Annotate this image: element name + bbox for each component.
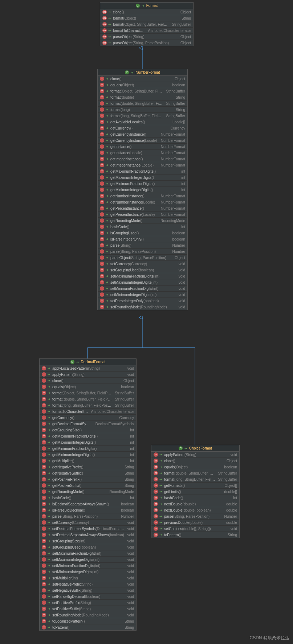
method-row[interactable]: m➔getNegativePrefix()String bbox=[40, 464, 136, 470]
method-row[interactable]: m➔setMinimumIntegerDigits(int)void bbox=[40, 569, 136, 575]
method-row[interactable]: m➔clone()Object bbox=[100, 9, 193, 15]
method-row[interactable]: m➔getPercentInstance()NumberFormat bbox=[98, 205, 187, 212]
class-box-ChoiceFormat[interactable]: C ➔ ChoiceFormatm➔applyPattern(String)vo… bbox=[151, 445, 240, 538]
method-row[interactable]: m➔setDecimalFormatSymbols(DecimalFormatS… bbox=[40, 526, 136, 532]
method-row[interactable]: m➔getMaximumIntegerDigits()int bbox=[40, 439, 136, 446]
method-row[interactable]: m➔parse(String, ParsePosition)Number bbox=[151, 513, 239, 520]
method-row[interactable]: m➔setPositiveSuffix(String)void bbox=[40, 606, 136, 612]
method-row[interactable]: m➔getDecimalFormatSymbols()DecimalFormat… bbox=[40, 421, 136, 427]
method-row[interactable]: m➔applyPattern(String)void bbox=[40, 372, 136, 378]
method-row[interactable]: m➔toPattern()String bbox=[40, 624, 136, 630]
method-row[interactable]: m➔getMinimumFractionDigits()int bbox=[98, 181, 187, 187]
method-row[interactable]: m➔isParseIntegerOnly()boolean bbox=[98, 236, 187, 242]
method-row[interactable]: m➔setCurrency(Currency)void bbox=[40, 520, 136, 526]
method-row[interactable]: m➔getRoundingMode()RoundingMode bbox=[98, 218, 187, 224]
method-row[interactable]: m➔applyLocalizedPattern(String)void bbox=[40, 365, 136, 372]
method-row[interactable]: m➔format(Object)String bbox=[100, 15, 193, 21]
method-row[interactable]: m➔getCurrencyInstance()NumberFormat bbox=[98, 131, 187, 138]
method-row[interactable]: m➔format(Object, StringBuffer, FieldPosi… bbox=[98, 88, 187, 94]
method-row[interactable]: m➔setMaximumFractionDigits(int)void bbox=[40, 550, 136, 557]
method-row[interactable]: m➔setNegativeSuffix(String)void bbox=[40, 587, 136, 594]
method-row[interactable]: m➔parse(String)Number bbox=[98, 242, 187, 249]
method-row[interactable]: m➔toLocalizedPattern()String bbox=[40, 618, 136, 624]
method-row[interactable]: m➔parseObject(String, ParsePosition)Obje… bbox=[98, 255, 187, 261]
method-row[interactable]: m➔getRoundingMode()RoundingMode bbox=[40, 489, 136, 495]
method-row[interactable]: m➔parse(String, ParsePosition)Number bbox=[40, 513, 136, 520]
method-row[interactable]: m➔isGroupingUsed()boolean bbox=[98, 230, 187, 236]
method-row[interactable]: m➔format(double, StringBuffer, FieldPosi… bbox=[40, 396, 136, 402]
method-row[interactable]: m➔setMaximumIntegerDigits(int)void bbox=[40, 557, 136, 563]
method-row[interactable]: m➔getNumberInstance(Locale)NumberFormat bbox=[98, 199, 187, 205]
method-row[interactable]: m➔equals(Object)boolean bbox=[40, 384, 136, 390]
method-row[interactable]: m➔setGroupingUsed(boolean)void bbox=[40, 544, 136, 550]
method-row[interactable]: m➔getIntegerInstance()NumberFormat bbox=[98, 156, 187, 162]
method-row[interactable]: m➔getMinimumIntegerDigits()int bbox=[98, 187, 187, 193]
method-row[interactable]: m➔clone()Object bbox=[40, 378, 136, 384]
method-row[interactable]: m➔setGroupingSize(int)void bbox=[40, 538, 136, 544]
method-row[interactable]: m➔getMinimumFractionDigits()int bbox=[40, 446, 136, 452]
method-row[interactable]: m➔format(Object, StringBuffer, FieldPosi… bbox=[40, 390, 136, 396]
method-row[interactable]: m➔clone()Object bbox=[151, 458, 239, 464]
method-row[interactable]: m➔setMinimumFractionDigits(int)void bbox=[40, 563, 136, 569]
method-row[interactable]: m➔format(Object, StringBuffer, FieldPosi… bbox=[100, 21, 193, 28]
method-row[interactable]: m➔setNegativePrefix(String)void bbox=[40, 581, 136, 587]
method-row[interactable]: m➔getNegativeSuffix()String bbox=[40, 470, 136, 476]
method-row[interactable]: m➔getGroupingSize()int bbox=[40, 427, 136, 433]
method-row[interactable]: m➔equals(Object)boolean bbox=[98, 82, 187, 88]
method-row[interactable]: m➔getCurrencyInstance(Locale)NumberForma… bbox=[98, 138, 187, 144]
method-row[interactable]: m➔applyPattern(String)void bbox=[151, 452, 239, 458]
method-row[interactable]: m➔getMaximumIntegerDigits()int bbox=[98, 175, 187, 181]
method-row[interactable]: m➔getMultiplier()int bbox=[40, 458, 136, 464]
method-row[interactable]: m➔isDecimalSeparatorAlwaysShown()boolean bbox=[40, 501, 136, 507]
method-row[interactable]: m➔format(double, StringBuffer, FieldPosi… bbox=[151, 470, 239, 476]
method-row[interactable]: m➔toPattern()String bbox=[151, 532, 239, 538]
method-row[interactable]: m➔setDecimalSeparatorAlwaysShown(boolean… bbox=[40, 532, 136, 538]
method-row[interactable]: m➔nextDouble(double, boolean)double bbox=[151, 507, 239, 513]
method-row[interactable]: m➔getMaximumFractionDigits()int bbox=[98, 168, 187, 175]
method-row[interactable]: m➔getMinimumIntegerDigits()int bbox=[40, 452, 136, 458]
method-row[interactable]: m➔setCurrency(Currency)void bbox=[98, 261, 187, 267]
method-row[interactable]: m➔format(long, StringBuffer, FieldPositi… bbox=[98, 113, 187, 119]
method-row[interactable]: m➔clone()Object bbox=[98, 76, 187, 82]
method-row[interactable]: m➔getNumberInstance()NumberFormat bbox=[98, 193, 187, 199]
method-row[interactable]: m➔getIntegerInstance(Locale)NumberFormat bbox=[98, 162, 187, 168]
method-row[interactable]: m➔getPositiveSuffix()String bbox=[40, 483, 136, 489]
method-row[interactable]: m➔setRoundingMode(RoundingMode)void bbox=[98, 304, 187, 310]
method-row[interactable]: m➔getMaximumFractionDigits()int bbox=[40, 433, 136, 439]
method-row[interactable]: m➔setRoundingMode(RoundingMode)void bbox=[40, 612, 136, 618]
method-row[interactable]: m➔format(double)String bbox=[98, 94, 187, 101]
method-row[interactable]: m➔getCurrency()Currency bbox=[40, 415, 136, 421]
method-row[interactable]: m➔setParseBigDecimal(boolean)void bbox=[40, 594, 136, 600]
method-row[interactable]: m➔getAvailableLocales()Locale[] bbox=[98, 119, 187, 125]
class-box-Format[interactable]: C ➔ Formatm➔clone()Objectm➔format(Object… bbox=[100, 2, 194, 46]
method-row[interactable]: m➔getLimits()double[] bbox=[151, 489, 239, 495]
method-row[interactable]: m➔parseObject(String)Object bbox=[100, 34, 193, 40]
method-row[interactable]: m➔nextDouble(double)double bbox=[151, 501, 239, 507]
method-row[interactable]: m➔setChoices(double[], String[])void bbox=[151, 526, 239, 532]
method-row[interactable]: m➔setGroupingUsed(boolean)void bbox=[98, 267, 187, 273]
method-row[interactable]: m➔hashCode()int bbox=[151, 495, 239, 501]
method-row[interactable]: m➔previousDouble(double)double bbox=[151, 520, 239, 526]
method-row[interactable]: m➔format(long, StringBuffer, FieldPositi… bbox=[40, 402, 136, 409]
method-row[interactable]: m➔parseObject(String, ParsePosition)Obje… bbox=[100, 40, 193, 46]
method-row[interactable]: m➔setMinimumFractionDigits(int)void bbox=[98, 286, 187, 292]
method-row[interactable]: m➔getInstance(Locale)NumberFormat bbox=[98, 150, 187, 156]
method-row[interactable]: m➔hashCode()int bbox=[40, 495, 136, 501]
method-row[interactable]: m➔format(double, StringBuffer, FieldPosi… bbox=[98, 101, 187, 107]
method-row[interactable]: m➔formatToCharacterIterator(Object)Attri… bbox=[100, 28, 193, 34]
method-row[interactable]: m➔hashCode()int bbox=[98, 224, 187, 230]
method-row[interactable]: m➔setPositivePrefix(String)void bbox=[40, 600, 136, 606]
method-row[interactable]: m➔parse(String, ParsePosition)Number bbox=[98, 249, 187, 255]
method-row[interactable]: m➔getPercentInstance(Locale)NumberFormat bbox=[98, 212, 187, 218]
class-box-NumberFormat[interactable]: C ➔ NumberFormatm➔clone()Objectm➔equals(… bbox=[97, 69, 188, 310]
method-row[interactable]: m➔format(long, StringBuffer, FieldPositi… bbox=[151, 476, 239, 483]
method-row[interactable]: m➔getInstance()NumberFormat bbox=[98, 144, 187, 150]
class-box-DecimalFormat[interactable]: C ➔ DecimalFormatm➔applyLocalizedPattern… bbox=[39, 358, 137, 631]
method-row[interactable]: m➔setMinimumIntegerDigits(int)void bbox=[98, 292, 187, 298]
method-row[interactable]: m➔setParseIntegerOnly(boolean)void bbox=[98, 298, 187, 304]
method-row[interactable]: m➔equals(Object)boolean bbox=[151, 464, 239, 470]
method-row[interactable]: m➔setMultiplier(int)void bbox=[40, 575, 136, 581]
method-row[interactable]: m➔getCurrency()Currency bbox=[98, 125, 187, 131]
method-row[interactable]: m➔getFormats()Object[] bbox=[151, 483, 239, 489]
method-row[interactable]: m➔getPositivePrefix()String bbox=[40, 476, 136, 483]
